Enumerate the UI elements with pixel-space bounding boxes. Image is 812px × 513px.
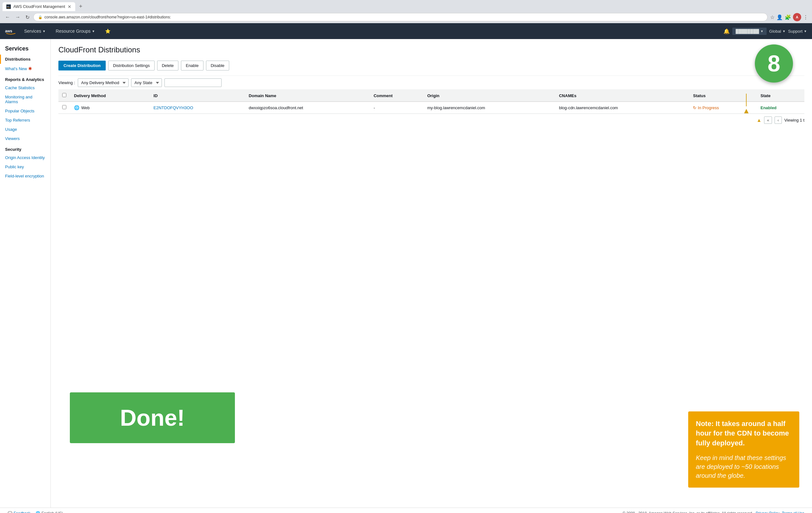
sidebar-item-popular-objects[interactable]: Popular Objects bbox=[0, 106, 51, 116]
language-label: English (US) bbox=[41, 511, 63, 513]
distribution-id-link[interactable]: E2NTDOFQVYH3OO bbox=[154, 105, 193, 110]
search-input[interactable] bbox=[165, 78, 222, 87]
resource-groups-label: Resource Groups bbox=[56, 29, 91, 34]
pagination-row: ▲ « ‹ Viewing 1 t bbox=[58, 114, 804, 126]
sidebar-item-whats-new[interactable]: What's New ✱ bbox=[0, 64, 51, 73]
account-chevron: ▼ bbox=[760, 30, 763, 33]
sidebar-item-public-key[interactable]: Public key bbox=[0, 162, 51, 171]
extensions-button[interactable]: 🧩 bbox=[785, 14, 791, 20]
toolbar: Create Distribution Distribution Setting… bbox=[58, 61, 804, 70]
col-domain-name: Domain Name bbox=[245, 90, 370, 102]
forward-button[interactable]: → bbox=[14, 13, 22, 21]
delivery-method-value: Web bbox=[81, 105, 90, 110]
state-filter[interactable]: Any State Enabled Disabled bbox=[131, 78, 162, 87]
note-box: Note: It takes around a half hour for th… bbox=[688, 411, 799, 488]
sidebar-item-cache-statistics[interactable]: Cache Statistics bbox=[0, 83, 51, 92]
browser-address-bar: ← → ↻ 🔒 console.aws.amazon.com/cloudfron… bbox=[0, 11, 812, 23]
sidebar-reports-header: Reports & Analytics bbox=[0, 73, 51, 83]
new-badge-icon: ✱ bbox=[28, 66, 32, 71]
row-checkbox[interactable] bbox=[62, 105, 66, 109]
user-icon-button[interactable]: 👤 bbox=[777, 14, 783, 20]
done-text: Done! bbox=[120, 405, 185, 431]
terms-of-use-link[interactable]: Terms of Use bbox=[782, 511, 804, 513]
support-label: Support bbox=[788, 29, 803, 34]
step-number: 8 bbox=[767, 51, 780, 77]
first-page-button[interactable]: « bbox=[764, 116, 772, 124]
arrow-indicator: ▲ bbox=[743, 94, 750, 115]
url-box[interactable]: 🔒 console.aws.amazon.com/cloudfront/home… bbox=[33, 13, 767, 21]
resource-groups-nav[interactable]: Resource Groups ▼ bbox=[53, 27, 98, 35]
header-checkbox bbox=[58, 90, 70, 102]
viewing-label: Viewing : bbox=[58, 80, 75, 85]
viewing-count: Viewing 1 t bbox=[784, 118, 804, 122]
filters-row: Viewing : Any Delivery Method Web RTMP A… bbox=[58, 76, 804, 90]
arrow-line bbox=[746, 94, 747, 106]
col-origin: Origin bbox=[424, 90, 555, 102]
tab-favicon: aws bbox=[6, 4, 11, 9]
services-chevron: ▼ bbox=[42, 30, 46, 33]
services-nav[interactable]: Services ▼ bbox=[22, 27, 48, 35]
tab-close-button[interactable]: ✕ bbox=[68, 4, 71, 9]
sidebar-item-top-referrers[interactable]: Top Referrers bbox=[0, 116, 51, 125]
new-tab-button[interactable]: + bbox=[77, 2, 85, 11]
row-state: Enabled bbox=[757, 102, 804, 114]
browser-tab-bar: aws AWS CloudFront Management ✕ + bbox=[0, 0, 812, 11]
sidebar-item-field-level[interactable]: Field-level encryption bbox=[0, 171, 51, 181]
distribution-settings-button[interactable]: Distribution Settings bbox=[108, 61, 154, 70]
distributions-table: Delivery Method ID Domain Name Comment O… bbox=[58, 90, 804, 114]
services-label: Services bbox=[24, 29, 41, 34]
spin-icon: ↻ bbox=[693, 105, 696, 110]
reload-button[interactable]: ↻ bbox=[24, 13, 31, 21]
account-label: ████████ bbox=[735, 29, 759, 34]
select-all-checkbox[interactable] bbox=[62, 93, 66, 97]
sidebar-item-origin-access[interactable]: Origin Access Identity bbox=[0, 153, 51, 162]
sidebar-item-viewers[interactable]: Viewers bbox=[0, 134, 51, 143]
sidebar-item-usage[interactable]: Usage bbox=[0, 125, 51, 134]
globe-footer-icon: 🌐 bbox=[35, 511, 40, 513]
prev-page-button[interactable]: ‹ bbox=[775, 116, 782, 124]
profile-avatar[interactable]: A bbox=[793, 13, 801, 21]
sidebar-item-distributions[interactable]: Distributions bbox=[0, 55, 51, 64]
table-row: 🌐 Web E2NTDOFQVYH3OO dwxxiqpzo6soa.cloud… bbox=[58, 102, 804, 114]
done-banner: Done! bbox=[70, 392, 235, 443]
feedback-icon: 💬 bbox=[8, 511, 12, 513]
notifications-bell[interactable]: 🔔 bbox=[723, 28, 730, 34]
browser-chrome: aws AWS CloudFront Management ✕ + ← → ↻ … bbox=[0, 0, 812, 23]
delivery-method-cell: 🌐 Web bbox=[74, 105, 146, 110]
privacy-policy-link[interactable]: Privacy Policy bbox=[756, 511, 780, 513]
active-tab[interactable]: aws AWS CloudFront Management ✕ bbox=[3, 2, 75, 11]
delete-button[interactable]: Delete bbox=[157, 61, 179, 70]
row-origin: my-blog.lawrencemcdaniel.com bbox=[424, 102, 555, 114]
copyright-text: © 2008 - 2018, Amazon Web Services, Inc.… bbox=[622, 511, 753, 513]
support-chevron: ▼ bbox=[804, 30, 807, 33]
sidebar-section-services: Services bbox=[0, 44, 51, 55]
aws-logo[interactable]: aws bbox=[5, 25, 17, 37]
row-id: E2NTDOFQVYH3OO bbox=[150, 102, 245, 114]
footer-right: © 2008 - 2018, Amazon Web Services, Inc.… bbox=[622, 511, 804, 513]
region-label: Global bbox=[769, 29, 781, 34]
delivery-method-filter[interactable]: Any Delivery Method Web RTMP bbox=[78, 78, 128, 87]
note-main-text: Note: It takes around a half hour for th… bbox=[696, 419, 792, 448]
topnav-right: 🔔 ████████ ▼ Global ▼ Support ▼ bbox=[723, 28, 807, 35]
whats-new-label: What's New bbox=[5, 66, 27, 71]
account-selector[interactable]: ████████ ▼ bbox=[732, 28, 766, 35]
state-badge: Enabled bbox=[760, 105, 777, 110]
row-checkbox-cell bbox=[58, 102, 70, 114]
region-selector[interactable]: Global ▼ bbox=[769, 29, 785, 34]
enable-button[interactable]: Enable bbox=[181, 61, 203, 70]
sidebar-item-monitoring[interactable]: Monitoring and Alarms bbox=[0, 92, 51, 106]
lock-icon: 🔒 bbox=[38, 15, 42, 19]
scroll-top-arrow[interactable]: ▲ bbox=[756, 117, 761, 123]
language-selector[interactable]: 🌐 English (US) bbox=[35, 511, 63, 513]
feedback-button[interactable]: 💬 Feedback bbox=[8, 511, 30, 513]
bookmarks-star-nav[interactable]: ⭐ bbox=[103, 27, 113, 35]
bookmark-button[interactable]: ☆ bbox=[770, 14, 775, 20]
back-button[interactable]: ← bbox=[4, 13, 11, 21]
disable-button[interactable]: Disable bbox=[206, 61, 229, 70]
globe-icon: 🌐 bbox=[74, 105, 79, 110]
svg-text:aws: aws bbox=[5, 29, 12, 33]
footer-left: 💬 Feedback 🌐 English (US) bbox=[8, 511, 63, 513]
create-distribution-button[interactable]: Create Distribution bbox=[58, 61, 106, 70]
support-menu[interactable]: Support ▼ bbox=[788, 29, 807, 34]
menu-button[interactable]: ⋮ bbox=[803, 14, 808, 20]
